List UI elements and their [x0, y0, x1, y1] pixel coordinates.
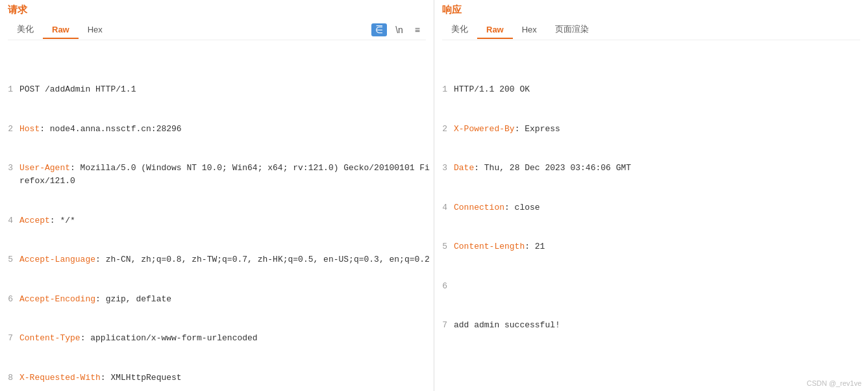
line-4-request: 4 Accept: */*	[0, 214, 434, 227]
line-3-response: 3 Date: Thu, 28 Dec 2023 03:46:06 GMT	[434, 162, 868, 175]
response-panel: 响应 美化 Raw Hex 页面渲染 1 HTTP/1.1 200 OK 2 X…	[434, 0, 868, 391]
line-5-response: 5 Content-Length: 21	[434, 240, 868, 253]
request-content: 1 POST /addAdmin HTTP/1.1 2 Host: node4.…	[0, 42, 434, 391]
copy-icon[interactable]: ⋶	[371, 23, 387, 36]
response-content: 1 HTTP/1.1 200 OK 2 X-Powered-By: Expres…	[434, 42, 868, 391]
request-header: 请求 美化 Raw Hex ⋶ \n ≡	[0, 0, 434, 42]
line-4-response: 4 Connection: close	[434, 201, 868, 214]
request-tabs: 美化 Raw Hex ⋶ \n ≡	[8, 20, 426, 40]
request-title: 请求	[8, 4, 426, 16]
line-5-request: 5 Accept-Language: zh-CN, zh;q=0.8, zh-T…	[0, 253, 434, 266]
response-header: 响应 美化 Raw Hex 页面渲染	[434, 0, 868, 42]
tab-hex-request[interactable]: Hex	[79, 21, 112, 39]
tab-pagerender-response[interactable]: 页面渲染	[546, 20, 598, 40]
tab-beautify-response[interactable]: 美化	[442, 20, 477, 40]
line-2-request: 2 Host: node4.anna.nssctf.cn:28296	[0, 123, 434, 136]
line-7-request: 7 Content-Type: application/x-www-form-u…	[0, 332, 434, 345]
request-panel: 请求 美化 Raw Hex ⋶ \n ≡ 1 POST /addAdmin HT…	[0, 0, 434, 391]
tab-beautify-request[interactable]: 美化	[8, 20, 43, 40]
line-1-response: 1 HTTP/1.1 200 OK	[434, 83, 868, 96]
line-3-request: 3 User-Agent: Mozilla/5.0 (Windows NT 10…	[0, 162, 434, 188]
line-6-response: 6	[434, 280, 868, 293]
response-tabs: 美化 Raw Hex 页面渲染	[442, 20, 860, 40]
tab-raw-response[interactable]: Raw	[477, 21, 513, 39]
tab-hex-response[interactable]: Hex	[513, 21, 546, 39]
line-8-request: 8 X-Requested-With: XMLHttpRequest	[0, 372, 434, 385]
tab-raw-request[interactable]: Raw	[43, 21, 79, 39]
line-2-response: 2 X-Powered-By: Express	[434, 123, 868, 136]
response-title: 响应	[442, 4, 860, 16]
watermark: CSDN @_rev1ve	[806, 379, 862, 387]
newline-icon[interactable]: \n	[392, 23, 406, 36]
line-6-request: 6 Accept-Encoding: gzip, deflate	[0, 293, 434, 306]
response-code: 1 HTTP/1.1 200 OK 2 X-Powered-By: Expres…	[434, 44, 868, 372]
menu-icon[interactable]: ≡	[412, 23, 423, 36]
request-code: 1 POST /addAdmin HTTP/1.1 2 Host: node4.…	[0, 44, 434, 391]
tab-actions-request: ⋶ \n ≡	[371, 23, 426, 36]
line-7-response: 7 add admin successful!	[434, 319, 868, 332]
line-1-request: 1 POST /addAdmin HTTP/1.1	[0, 83, 434, 96]
